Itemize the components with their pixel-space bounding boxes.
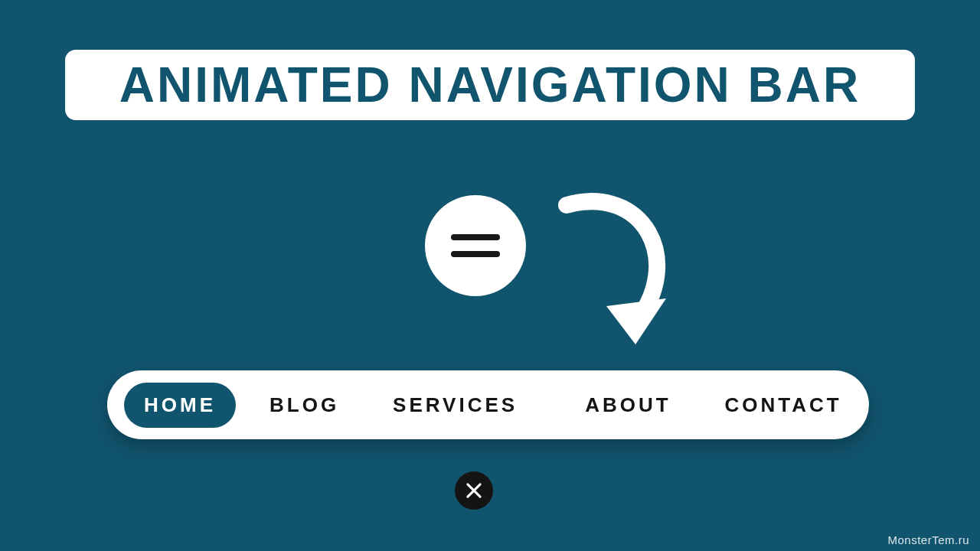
nav-item-blog[interactable]: BLOG [250, 383, 359, 428]
nav-item-about[interactable]: ABOUT [565, 383, 691, 428]
curved-arrow-icon [551, 191, 681, 352]
hamburger-icon [451, 234, 500, 240]
page-title: ANIMATED NAVIGATION BAR [88, 60, 892, 109]
nav-item-services[interactable]: SERVICES [373, 383, 537, 428]
close-icon [464, 481, 484, 500]
navigation-bar: HOME BLOG SERVICES ABOUT CONTACT [107, 370, 869, 439]
title-banner: ANIMATED NAVIGATION BAR [65, 50, 915, 120]
nav-item-home[interactable]: HOME [124, 383, 236, 428]
nav-item-contact[interactable]: CONTACT [705, 383, 862, 428]
hamburger-icon [451, 251, 500, 257]
hamburger-toggle-button[interactable] [425, 195, 526, 296]
watermark: MonsterTem.ru [887, 533, 969, 546]
close-button[interactable] [455, 471, 493, 510]
